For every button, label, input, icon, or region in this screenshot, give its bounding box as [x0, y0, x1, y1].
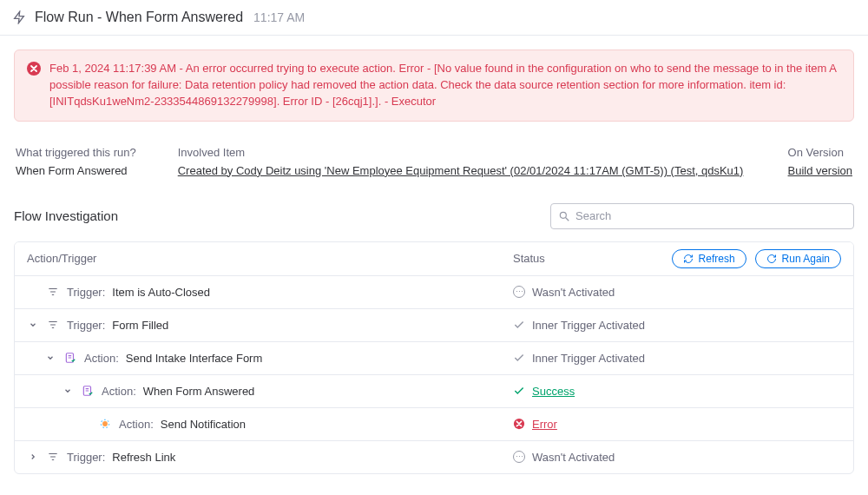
row-status: Inner Trigger Activated [532, 352, 645, 365]
table-row: Action: Send Intake Interface Form Inner… [15, 342, 853, 375]
svg-point-1 [560, 212, 566, 218]
svg-point-11 [102, 422, 108, 427]
filter-icon [46, 319, 60, 331]
filter-icon [46, 451, 60, 463]
refresh-button[interactable]: Refresh [672, 249, 746, 268]
page-header: Flow Run - When Form Answered 11:17 AM [0, 0, 868, 36]
form-icon [81, 385, 95, 397]
row-name: Send Notification [161, 418, 246, 431]
check-success-icon [513, 385, 525, 397]
table-row: Trigger: Refresh Link Wasn't Activated [15, 441, 853, 473]
page-title: Flow Run - When Form Answered [35, 10, 243, 25]
error-status-icon [513, 418, 525, 430]
table-row: Action: When Form Answered Success [15, 375, 853, 408]
status-inactive-icon [513, 286, 525, 298]
search-box[interactable] [550, 203, 854, 229]
table-row: ▸ Action: Send Notification Error [15, 408, 853, 441]
form-icon [63, 352, 77, 364]
run-again-button[interactable]: Run Again [755, 249, 841, 268]
row-prefix: Action: [84, 352, 119, 365]
row-prefix: Action: [102, 385, 136, 398]
row-prefix: Trigger: [67, 286, 105, 299]
table-row: Trigger: Form Filled Inner Trigger Activ… [15, 309, 853, 342]
row-status-success[interactable]: Success [532, 385, 575, 398]
row-prefix: Action: [119, 418, 154, 431]
chevron-down-icon[interactable] [44, 353, 56, 362]
error-message: Feb 1, 2024 11:17:39 AM - An error occur… [49, 61, 841, 110]
search-icon [558, 210, 570, 222]
chevron-down-icon[interactable] [62, 386, 74, 395]
investigation-header-row: Action/Trigger Status Refresh Run Again [15, 242, 853, 276]
row-name: Item is Auto-Closed [112, 286, 210, 299]
row-status-error[interactable]: Error [532, 418, 557, 431]
meta-trigger: What triggered this run? When Form Answe… [16, 146, 136, 177]
chevron-right-icon[interactable] [27, 452, 39, 461]
notification-icon [98, 418, 112, 430]
row-status: Inner Trigger Activated [532, 319, 645, 332]
row-name: Send Intake Interface Form [126, 352, 263, 365]
svg-line-2 [566, 217, 569, 221]
meta-trigger-value: When Form Answered [16, 164, 136, 177]
meta-item: Involved Item Created by Cody Deitz usin… [178, 146, 744, 177]
run-timestamp: 11:17 AM [253, 10, 305, 24]
meta-version-label: On Version [788, 146, 852, 159]
meta-version: On Version Build version [788, 146, 852, 177]
involved-item-link[interactable]: Created by Cody Deitz using 'New Employe… [178, 164, 744, 177]
investigation-table: Action/Trigger Status Refresh Run Again [14, 241, 854, 474]
row-status: Wasn't Activated [532, 286, 615, 299]
meta-trigger-label: What triggered this run? [16, 146, 136, 159]
row-prefix: Trigger: [67, 319, 105, 332]
filter-icon [46, 286, 60, 298]
rerun-icon [766, 254, 777, 264]
chevron-down-icon[interactable] [27, 320, 39, 329]
refresh-icon [683, 254, 694, 264]
col-header-action: Action/Trigger [27, 252, 513, 265]
row-prefix: Trigger: [67, 451, 105, 464]
error-icon [27, 62, 41, 110]
row-name: When Form Answered [143, 385, 255, 398]
check-icon [513, 319, 525, 331]
run-again-button-label: Run Again [782, 253, 830, 265]
build-version-link[interactable]: Build version [788, 164, 852, 177]
table-row: ▸ Trigger: Item is Auto-Closed Wasn't Ac… [15, 276, 853, 309]
row-name: Form Filled [112, 319, 168, 332]
meta-item-label: Involved Item [178, 146, 744, 159]
col-header-status: Status [513, 252, 672, 265]
run-meta: What triggered this run? When Form Answe… [14, 146, 854, 177]
refresh-button-label: Refresh [699, 253, 735, 265]
error-banner: Feb 1, 2024 11:17:39 AM - An error occur… [14, 50, 854, 122]
bolt-icon [10, 9, 28, 26]
flow-investigation-title: Flow Investigation [14, 208, 118, 223]
check-icon [513, 352, 525, 364]
row-name: Refresh Link [112, 451, 175, 464]
status-inactive-icon [513, 451, 525, 463]
search-input[interactable] [575, 209, 846, 222]
row-status: Wasn't Activated [532, 451, 615, 464]
